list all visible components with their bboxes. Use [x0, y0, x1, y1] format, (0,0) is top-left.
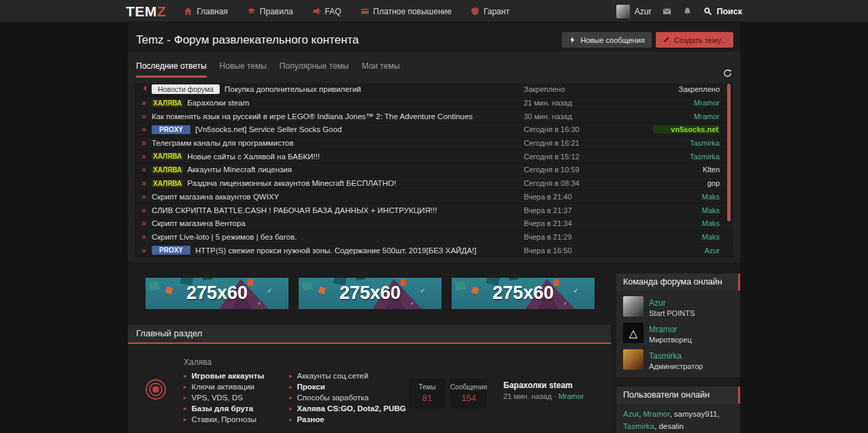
- thread-row[interactable]: »Скрипт магазина ВентораВчера в 21:34Mak…: [135, 217, 733, 231]
- thread-row[interactable]: »ХАЛЯВААккаунты Minecraft лицензияСегодн…: [135, 163, 733, 177]
- list-scrollbar-thumb[interactable]: [727, 84, 731, 221]
- member-name[interactable]: Tasmirka: [649, 351, 682, 361]
- ad-banner-2[interactable]: ✓✓275x60: [452, 278, 595, 309]
- thread-last-user[interactable]: Mramor: [653, 99, 720, 107]
- online-user[interactable]: desalin: [658, 422, 683, 430]
- thread-time: Сегодня в 16:30: [524, 125, 653, 133]
- thread-row[interactable]: »СЛИВ СКРИПТА BATTLE.CASH ! РАБОЧАЯ БАЗА…: [135, 204, 733, 217]
- last-post-user[interactable]: Mramor: [558, 392, 584, 400]
- tab-1[interactable]: Новые темы: [220, 61, 267, 78]
- thread-title[interactable]: HTTP(S) свежие прокси нужной зоны. Содер…: [195, 246, 524, 255]
- thread-time: Вчера в 21:40: [524, 193, 653, 201]
- thread-title[interactable]: Скрипт магазина Вентора: [152, 219, 524, 227]
- online-user[interactable]: Tasmirka: [623, 422, 654, 430]
- thread-last-user[interactable]: Maks: [653, 206, 720, 214]
- ad-banner-1[interactable]: ✓✓275x60: [299, 278, 441, 309]
- category-link[interactable]: ▸Аккаунты соц.сетей: [289, 370, 409, 381]
- thread-row[interactable]: Новости форумаПокупка дополнительных при…: [135, 83, 733, 97]
- online-user[interactable]: Azur: [623, 410, 639, 418]
- create-topic-label: Создать тему...: [674, 36, 727, 44]
- nav-item-0[interactable]: Главная: [184, 7, 228, 16]
- category-link[interactable]: ▸Прокси: [289, 381, 409, 392]
- thread-title[interactable]: Скрипт магазина аккаунтов QWIXY: [152, 193, 524, 201]
- thread-title[interactable]: СЛИВ СКРИПТА BATTLE.CASH ! РАБОЧАЯ БАЗА …: [152, 206, 524, 214]
- shield-icon: [471, 7, 480, 16]
- thread-row[interactable]: »Скрипт Live-loto | 5 режимов | без баго…: [135, 231, 733, 244]
- tab-2[interactable]: Популярные темы: [280, 61, 349, 78]
- thread-last-user[interactable]: Mramor: [653, 112, 720, 121]
- thread-last-user[interactable]: Tasmirka: [653, 139, 720, 147]
- member-role: Start POINTS: [649, 309, 695, 317]
- nav-item-1[interactable]: Правила: [247, 7, 293, 16]
- nav-item-4[interactable]: Гарант: [471, 7, 510, 16]
- nav-item-label: Гарант: [484, 7, 510, 16]
- category-link[interactable]: ▸VPS, VDS, DS: [184, 392, 289, 403]
- banner-size-label: 275x60: [146, 278, 288, 309]
- tab-0[interactable]: Последние ответы: [136, 61, 207, 78]
- category-link[interactable]: ▸Халява CS:GO, Dota2, PUBG: [289, 403, 409, 414]
- search-button[interactable]: Поиск: [703, 7, 742, 16]
- thread-last-user[interactable]: gop: [653, 179, 720, 187]
- category-link-label: VPS, VDS, DS: [192, 394, 243, 402]
- category-link[interactable]: ▸Разное: [289, 414, 409, 425]
- category-title[interactable]: Халява: [184, 357, 409, 367]
- nav-item-label: Главная: [197, 7, 228, 16]
- thread-last-user[interactable]: Tasmirka: [653, 153, 720, 161]
- category-link[interactable]: ▸Способы заработка: [289, 392, 409, 403]
- new-messages-button[interactable]: Новые сообщения: [562, 32, 651, 48]
- thread-title[interactable]: Новые сайты с Халявой на БАБКИ!!!: [187, 153, 524, 161]
- logo[interactable]: TEMZ: [126, 3, 166, 20]
- nav-item-3[interactable]: Платное повышение: [361, 7, 452, 16]
- thread-last-user[interactable]: Klten: [653, 165, 720, 174]
- thread-row[interactable]: »Телеграмм каналы для программистовСегод…: [135, 137, 733, 150]
- member-name[interactable]: Mramor: [649, 325, 677, 334]
- thread-title[interactable]: [Vn5socks.net] Service Seller Socks Good: [195, 125, 524, 133]
- lightning-icon: [569, 36, 576, 44]
- last-post-title[interactable]: Барахолки steam: [503, 381, 584, 390]
- thread-title[interactable]: Раздача лицензионных аккаунтов Minecraft…: [187, 179, 524, 187]
- thread-last-user[interactable]: Maks: [653, 219, 720, 227]
- thread-last-user[interactable]: Maks: [653, 233, 720, 241]
- thread-row[interactable]: »ХАЛЯВАБарахолки steam21 мин. назадMramo…: [135, 97, 733, 110]
- online-user[interactable]: Mramor: [643, 410, 669, 418]
- thread-title[interactable]: Покупка дополнительных привилегий: [224, 85, 524, 93]
- thread-title[interactable]: Как поменять язык на русский в игре LEGO…: [152, 112, 524, 121]
- thread-row[interactable]: »ХАЛЯВАНовые сайты с Халявой на БАБКИ!!!…: [135, 150, 733, 163]
- tab-3[interactable]: Мои темы: [362, 61, 400, 78]
- thread-last-user[interactable]: Закреплено: [653, 85, 720, 93]
- online-user[interactable]: samysay911: [674, 410, 718, 418]
- thread-badge: PROXY: [152, 246, 190, 255]
- category-link[interactable]: ▸Ставки, Прогнозы: [184, 414, 289, 425]
- thread-last-user[interactable]: Azur: [653, 246, 720, 255]
- ad-banner-0[interactable]: ✓✓275x60: [146, 278, 288, 309]
- thread-title[interactable]: Аккаунты Minecraft лицензия: [187, 165, 524, 174]
- credit-card-icon: [361, 7, 369, 16]
- thread-row[interactable]: »Как поменять язык на русский в игре LEG…: [135, 110, 733, 123]
- thread-row[interactable]: »ХАЛЯВАРаздача лицензионных аккаунтов Mi…: [135, 177, 733, 191]
- member-name[interactable]: Azur: [649, 298, 666, 308]
- messages-envelope-icon[interactable]: [663, 7, 671, 16]
- thread-arrow-icon: »: [141, 219, 152, 228]
- users-online-list: Azur, Mramor, samysay911, Tasmirka, desa…: [616, 404, 740, 433]
- nav-item-2[interactable]: FAQ: [312, 7, 341, 16]
- thread-row[interactable]: »PROXY[Vn5socks.net] Service Seller Sock…: [135, 123, 733, 137]
- category-link[interactable]: ▸Игровые аккаунты: [184, 370, 289, 381]
- member-role: Миротворец: [649, 336, 692, 344]
- thread-row[interactable]: »PROXYHTTP(S) свежие прокси нужной зоны.…: [135, 244, 733, 257]
- category-link[interactable]: ▸Базы для брута: [184, 403, 289, 414]
- create-topic-button[interactable]: Создать тему...: [656, 32, 733, 48]
- category-link[interactable]: ▸Ключи активации: [184, 381, 289, 392]
- link-arrow-icon: ▸: [289, 416, 293, 423]
- user-menu[interactable]: Azur: [616, 5, 652, 18]
- pencil-icon: [663, 36, 670, 44]
- thread-title[interactable]: Телеграмм каналы для программистов: [152, 139, 524, 147]
- thread-title[interactable]: Скрипт Live-loto | 5 режимов | без багов…: [152, 233, 524, 241]
- category-link-label: Базы для брута: [192, 404, 254, 413]
- thread-row[interactable]: »Скрипт магазина аккаунтов QWIXYВчера в …: [135, 191, 733, 204]
- alerts-bell-icon[interactable]: [683, 7, 692, 16]
- thread-last-user[interactable]: vn5socks.net: [653, 125, 720, 133]
- member-info: AzurStart POINTS: [649, 296, 695, 317]
- category-link-label: Прокси: [297, 383, 325, 391]
- thread-last-user[interactable]: Maks: [653, 193, 720, 201]
- thread-title[interactable]: Барахолки steam: [187, 99, 524, 107]
